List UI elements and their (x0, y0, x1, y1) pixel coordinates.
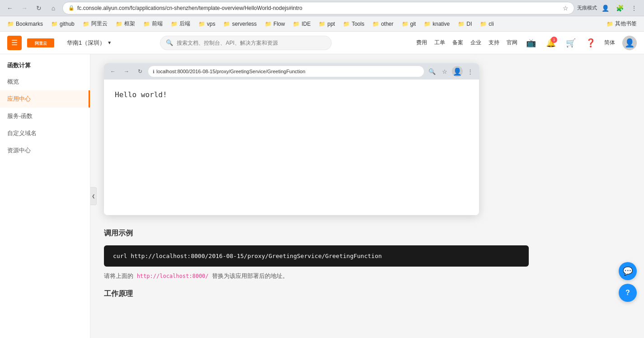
folder-icon: 📁 (424, 21, 431, 27)
bookmark-frontend[interactable]: 📁 前端 (140, 18, 166, 29)
nav-qiye[interactable]: 企业 (470, 39, 481, 47)
bookmark-bookmarks[interactable]: 📁 Bookmarks (4, 19, 47, 29)
bookmark-ide[interactable]: 📁 IDE (289, 19, 314, 29)
content-area: 函数计算 概览 应用中心 服务-函数 自定义域名 资源中心 ❮ (0, 54, 644, 338)
bookmark-cli[interactable]: 📁 cli (476, 19, 497, 29)
folder-icon: 📁 (372, 21, 379, 27)
mockup-forward-button[interactable]: → (121, 66, 132, 77)
bookmark-backend[interactable]: 📁 后端 (167, 18, 194, 29)
bookmark-label: 后端 (179, 20, 190, 28)
bookmark-di[interactable]: 📁 DI (454, 19, 475, 29)
folder-icon: 📁 (343, 21, 350, 27)
sidebar-item-functions[interactable]: 服务-函数 (0, 108, 90, 125)
mockup-right-buttons: 🔍 ☆ 👤 ⋮ (427, 66, 475, 77)
user-avatar[interactable]: 👤 (622, 36, 637, 50)
folder-icon: 📁 (480, 21, 487, 27)
search-bar[interactable]: 🔍 (160, 36, 332, 50)
folder-icon: 📁 (198, 21, 205, 27)
aliyun-logo: 阿里云 (27, 37, 54, 49)
help-icon[interactable]: ❓ (584, 37, 597, 49)
nav-feiyong[interactable]: 费用 (416, 39, 427, 47)
forward-button[interactable]: → (18, 2, 31, 14)
account-icon[interactable]: 👤 (599, 2, 611, 14)
sidebar-item-label: 应用中心 (7, 95, 31, 103)
code-block: curl http://localhost:8000/2016-08-15/pr… (104, 245, 529, 267)
star-icon: ☆ (563, 5, 569, 12)
sidebar-item-overview[interactable]: 概览 (0, 73, 90, 90)
mockup-star-icon[interactable]: ☆ (439, 66, 450, 77)
sidebar-item-resources[interactable]: 资源中心 (0, 142, 90, 159)
help-float-button[interactable]: ? (619, 284, 637, 302)
home-button[interactable]: ⌂ (47, 2, 60, 14)
bookmark-other[interactable]: 📁 other (369, 19, 397, 29)
bookmark-label: Flow (273, 21, 285, 27)
folder-icon: 📁 (171, 21, 178, 27)
bookmark-serverless[interactable]: 📁 serverless (220, 19, 260, 29)
mockup-url-text: localhost:8000/2016-08-15/proxy/Greeting… (156, 69, 306, 74)
chrome-browser-bar: ← → ↻ ⌂ 🔒 fc.console.aliyun.com/fc/appli… (0, 0, 644, 16)
nav-jianfa[interactable]: 简体 (604, 39, 615, 47)
other-bookmarks[interactable]: 📁 其他书签 (603, 18, 640, 29)
bookmark-label: knative (432, 21, 450, 27)
folder-icon: 📁 (319, 21, 325, 27)
back-button[interactable]: ← (4, 2, 16, 14)
code-text: curl http://localhost:8000/2016-08-15/pr… (113, 253, 382, 259)
mockup-address-bar[interactable]: ℹ localhost:8000/2016-08-15/proxy/Greeti… (148, 66, 424, 77)
tv-icon[interactable]: 📺 (525, 37, 537, 49)
address-bar[interactable]: 🔒 fc.console.aliyun.com/fc/applications/… (62, 2, 574, 14)
bookmark-git[interactable]: 📁 git (398, 19, 420, 29)
sidebar-item-label: 自定义域名 (7, 129, 37, 137)
bookmark-vps[interactable]: 📁 vps (195, 19, 219, 29)
mockup-menu-icon[interactable]: ⋮ (465, 66, 475, 77)
chevron-down-icon: ▼ (107, 40, 112, 45)
bookmark-label: 框架 (124, 20, 135, 28)
mockup-info-icon: ℹ (153, 69, 155, 74)
bookmark-ppt[interactable]: 📁 ppt (315, 19, 338, 29)
main-content: ← → ↻ ℹ localhost:8000/2016-08-15/proxy/… (90, 54, 644, 338)
bookmark-aliyun[interactable]: 📁 阿里云 (79, 18, 111, 29)
hamburger-button[interactable]: ☰ (7, 36, 22, 50)
folder-icon: 📁 (606, 21, 613, 27)
floating-actions: 💬 ? (619, 262, 637, 302)
app-layout: ☰ 阿里云 华南1（深圳） ▼ 🔍 费用 工单 备案 企业 支持 官网 📺 🔔 … (0, 32, 644, 338)
sidebar-item-label: 资源中心 (7, 146, 31, 155)
invoke-description: 请将上面的 http://localhost:8000/ 替换为该应用部署后的地… (104, 272, 630, 280)
bookmark-tools[interactable]: 📁 Tools (339, 19, 368, 29)
mockup-back-button[interactable]: ← (108, 66, 118, 77)
notification-icon[interactable]: 🔔 1 (545, 37, 557, 49)
mockup-avatar[interactable]: 👤 (452, 66, 463, 77)
bookmark-framework[interactable]: 📁 框架 (112, 18, 139, 29)
chat-button[interactable]: 💬 (619, 262, 637, 280)
browser-mockup: ← → ↻ ℹ localhost:8000/2016-08-15/proxy/… (104, 63, 479, 215)
bookmark-github[interactable]: 📁 github (47, 19, 78, 29)
mockup-reload-button[interactable]: ↻ (135, 66, 146, 77)
bookmark-label: ppt (327, 21, 335, 27)
folder-icon: 📁 (223, 21, 230, 27)
how-it-works-title: 工作原理 (104, 289, 630, 299)
nav-beian[interactable]: 备案 (452, 39, 463, 47)
sidebar-item-domain[interactable]: 自定义域名 (0, 125, 90, 142)
extensions-icon[interactable]: 🧩 (613, 2, 626, 14)
chrome-nav-buttons: ← → ↻ ⌂ (4, 2, 60, 14)
region-selector[interactable]: 华南1（深圳） ▼ (63, 37, 115, 49)
nav-zhichi[interactable]: 支持 (489, 39, 499, 47)
search-input[interactable] (177, 40, 326, 46)
mockup-content: Hello world! (104, 80, 479, 215)
top-nav-actions: 费用 工单 备案 企业 支持 官网 📺 🔔 1 🛒 ❓ 简体 👤 (416, 36, 637, 50)
cart-icon[interactable]: 🛒 (564, 37, 577, 49)
svg-text:阿里云: 阿里云 (35, 41, 47, 46)
bookmark-flow[interactable]: 📁 Flow (261, 19, 288, 29)
lock-icon: 🔒 (68, 5, 75, 11)
logo-area[interactable]: 阿里云 (27, 37, 54, 49)
nav-gongdan[interactable]: 工单 (434, 39, 445, 47)
sidebar-item-appcenter[interactable]: 应用中心 (0, 90, 90, 108)
sidebar-title: 函数计算 (0, 54, 90, 73)
nav-guanwang[interactable]: 官网 (507, 39, 517, 47)
sidebar: 函数计算 概览 应用中心 服务-函数 自定义域名 资源中心 (0, 54, 90, 338)
bookmark-knative[interactable]: 📁 knative (420, 19, 453, 29)
bookmarks-bar: 📁 Bookmarks 📁 github 📁 阿里云 📁 框架 📁 前端 📁 后… (0, 16, 644, 32)
menu-icon[interactable]: ⋮ (628, 2, 640, 14)
mockup-search-icon[interactable]: 🔍 (427, 66, 437, 77)
reload-button[interactable]: ↻ (33, 2, 45, 14)
sidebar-collapse-button[interactable]: ❮ (90, 187, 97, 205)
